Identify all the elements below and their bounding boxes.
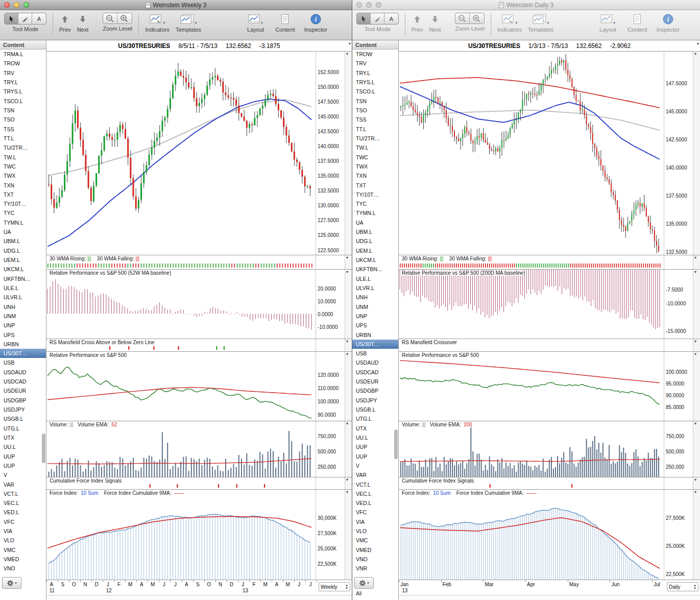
- panel-menu-button[interactable]: ▾: [346, 255, 348, 260]
- price-plot[interactable]: [46, 52, 316, 255]
- next-button[interactable]: [429, 13, 441, 25]
- ticker-item[interactable]: VNR: [352, 564, 398, 573]
- ticker-item[interactable]: VMC: [352, 536, 398, 545]
- ticker-item[interactable]: TSO: [0, 115, 46, 124]
- ticker-item[interactable]: USDCAD: [0, 377, 46, 386]
- panel-menu-button[interactable]: ▾: [349, 41, 351, 46]
- ticker-item[interactable]: TU/2TR…: [352, 134, 398, 143]
- draw-tool-button[interactable]: [371, 13, 384, 24]
- ticker-item[interactable]: V: [352, 461, 398, 470]
- zoom-in-button[interactable]: [470, 13, 484, 23]
- wma-signal-strip-plot[interactable]: 30 WMA Rising: ||| 30 WMA Falling: |||: [46, 255, 316, 269]
- sidebar-header[interactable]: Content: [352, 40, 398, 50]
- action-gear-button[interactable]: ▾: [354, 577, 374, 589]
- ticker-item[interactable]: VFC: [0, 517, 46, 526]
- templates-button[interactable]: ▾: [533, 13, 549, 25]
- ticker-item[interactable]: USDJPY: [0, 405, 46, 414]
- ticker-item-selected[interactable]: US/30T…: [0, 349, 46, 358]
- ticker-item[interactable]: VCT.L: [352, 479, 398, 489]
- ticker-item[interactable]: TYC: [352, 199, 398, 208]
- ticker-item[interactable]: TRV: [0, 68, 46, 78]
- ticker-item[interactable]: UKFTBN…: [352, 265, 398, 274]
- minimize-button[interactable]: [14, 2, 19, 8]
- ticker-item[interactable]: TT.L: [0, 134, 46, 143]
- ticker-item[interactable]: UNH: [0, 302, 46, 311]
- panel-menu-button[interactable]: ▾: [694, 421, 696, 426]
- ticker-item[interactable]: TYMN.L: [0, 218, 46, 227]
- ticker-item[interactable]: VNO: [352, 555, 398, 564]
- ticker-item[interactable]: VMED: [0, 555, 46, 564]
- ticker-item[interactable]: URBN: [352, 330, 398, 339]
- indicators-button[interactable]: ▾: [150, 13, 165, 25]
- prev-button[interactable]: [412, 13, 423, 25]
- zoom-window-button[interactable]: [376, 2, 381, 8]
- titlebar[interactable]: Weinstein Weekly 3: [0, 0, 352, 10]
- close-button[interactable]: [356, 2, 362, 8]
- ticker-item[interactable]: VED.L: [0, 508, 46, 517]
- ticker-item[interactable]: TW.L: [352, 143, 398, 152]
- ticker-item[interactable]: ULVR.L: [0, 293, 46, 302]
- ticker-item[interactable]: VEC.L: [0, 498, 46, 508]
- ticker-item[interactable]: UTX: [0, 433, 46, 442]
- panel-menu-button[interactable]: ▾: [346, 477, 348, 482]
- panel-menu-button[interactable]: ▾: [694, 270, 696, 274]
- ticker-item[interactable]: VIA: [0, 526, 46, 536]
- ticker-item[interactable]: VAR: [352, 470, 398, 479]
- ticker-item[interactable]: TRV: [352, 59, 398, 68]
- volume-plot[interactable]: Volume: ||| Volume EMA: 52: [46, 421, 316, 477]
- ticker-item[interactable]: ULVR.L: [352, 283, 398, 293]
- ticker-item[interactable]: USB: [352, 349, 398, 358]
- ticker-item[interactable]: TXT: [352, 180, 398, 189]
- ticker-item[interactable]: TROW: [0, 59, 46, 68]
- wma-signal-strip-plot[interactable]: 30 WMA Rising: ||| 30 WMA Falling: |||: [399, 255, 664, 269]
- volume-plot[interactable]: Volume: ||| Volume EMA: 200: [399, 421, 664, 477]
- sidebar-header[interactable]: Content: [0, 40, 46, 50]
- sidebar-scrollbar-thumb[interactable]: [394, 429, 398, 459]
- ticker-item[interactable]: TXT: [0, 190, 46, 199]
- ticker-item[interactable]: UDG.L: [0, 246, 46, 255]
- sidebar-scrollbar-thumb[interactable]: [42, 434, 45, 463]
- ticker-item[interactable]: UA: [0, 227, 46, 236]
- ticker-item-selected[interactable]: US/30T…: [352, 340, 398, 349]
- panel-menu-button[interactable]: ▾: [346, 339, 348, 344]
- ticker-item[interactable]: TU/2TR…: [0, 143, 46, 152]
- ticker-item[interactable]: UNH: [352, 293, 398, 302]
- ticker-item[interactable]: USB: [0, 358, 46, 367]
- rel-perf-lines-plot[interactable]: Relative Performance vs S&P 500: [399, 352, 664, 421]
- ticker-item[interactable]: UKFTBN…: [0, 274, 46, 283]
- titlebar[interactable]: Weinstein Daily 3: [352, 0, 700, 10]
- ticker-item[interactable]: TRYS.L: [352, 78, 398, 87]
- ticker-item[interactable]: TWX: [352, 162, 398, 171]
- ticker-item[interactable]: USDGBP: [352, 386, 398, 395]
- panel-menu-button[interactable]: ▾: [694, 339, 696, 344]
- ticker-item[interactable]: TRY.L: [0, 78, 46, 87]
- ticker-item[interactable]: TSS: [0, 125, 46, 134]
- ticker-item[interactable]: VFC: [352, 508, 398, 517]
- panel-menu-button[interactable]: ▾: [346, 352, 348, 356]
- timeframe-control[interactable]: Weekly ▲▼: [319, 582, 350, 591]
- cfi-signal-strip-plot[interactable]: Cumulative Force Index Signals: [399, 477, 664, 489]
- cfi-signal-strip-plot[interactable]: Cumulative Force Index Signals: [46, 477, 316, 489]
- ticker-item[interactable]: VED.L: [352, 498, 398, 508]
- ticker-item[interactable]: TT.L: [352, 125, 398, 134]
- templates-button[interactable]: ▾: [180, 13, 197, 25]
- ticker-item[interactable]: ULE.L: [352, 274, 398, 283]
- ticker-item[interactable]: UEM.L: [0, 255, 46, 265]
- ticker-item[interactable]: UNM: [0, 311, 46, 321]
- draw-tool-button[interactable]: [18, 13, 32, 24]
- ticker-item[interactable]: TXN: [0, 180, 46, 189]
- ticker-item[interactable]: UUP: [0, 451, 46, 461]
- ticker-item[interactable]: USDEUR: [352, 377, 398, 386]
- ticker-item[interactable]: UNM: [352, 302, 398, 311]
- prev-button[interactable]: [59, 13, 70, 25]
- ticker-item[interactable]: UPS: [0, 330, 46, 339]
- panel-menu-button[interactable]: ▾: [346, 270, 348, 274]
- ticker-item[interactable]: ULE.L: [0, 283, 46, 293]
- ticker-item[interactable]: TXN: [352, 171, 398, 180]
- panel-menu-button[interactable]: ▾: [346, 490, 348, 494]
- ticker-item[interactable]: V: [0, 470, 46, 479]
- ticker-item[interactable]: UTX: [352, 424, 398, 433]
- ticker-item[interactable]: VAR: [0, 479, 46, 489]
- ticker-item[interactable]: TROW: [352, 50, 398, 59]
- ticker-item[interactable]: VLO: [0, 536, 46, 545]
